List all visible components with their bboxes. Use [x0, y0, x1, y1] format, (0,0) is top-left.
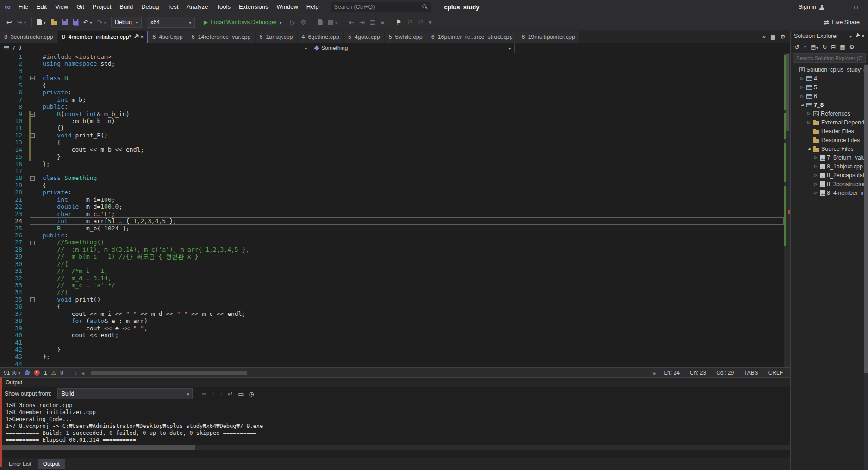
scrollbar-thumb[interactable]	[91, 371, 247, 375]
code-area[interactable]: #include <iostream>using namespace std;c…	[36, 53, 784, 367]
tab-5-5while-cpp[interactable]: 5_5while.cpp	[385, 31, 427, 43]
tree-item-resource-files[interactable]: Resource Files	[791, 136, 868, 144]
menu-item-project[interactable]: Project	[88, 0, 115, 14]
collapsed-arrow-icon[interactable]: ▷	[813, 182, 818, 186]
menu-item-file[interactable]: File	[14, 0, 32, 14]
tree-item-external-dependencies[interactable]: ▷External Dependencies	[791, 118, 868, 127]
next-bookmark-icon[interactable]: ⚐	[416, 18, 425, 27]
tab-5-4goto-cpp[interactable]: 5_4goto.cpp	[344, 31, 384, 43]
type-member-dropdown[interactable]: Something	[311, 43, 515, 53]
undo-icon[interactable]: ↶	[81, 17, 94, 27]
tree-item-6[interactable]: ▷6	[791, 92, 868, 100]
menu-item-analyze[interactable]: Analyze	[182, 0, 212, 14]
tree-item-header-files[interactable]: Header Files	[791, 127, 868, 136]
collapsed-arrow-icon[interactable]: ▷	[813, 155, 818, 160]
start-debugging-button[interactable]: ▶Local Windows Debugger	[200, 18, 285, 27]
menu-item-help[interactable]: Help	[302, 0, 323, 14]
pin-panel-icon[interactable]	[855, 34, 858, 37]
menu-item-edit[interactable]: Edit	[32, 0, 51, 14]
tab-overflow-icon[interactable]	[762, 33, 766, 40]
sign-in-button[interactable]: Sign in	[799, 4, 824, 10]
new-item-icon[interactable]	[36, 17, 48, 27]
tab-8-3constructor-cpp[interactable]: 8_3constructor.cpp	[0, 31, 57, 43]
word-wrap-icon[interactable]: ↵	[228, 390, 233, 397]
close-panel-icon[interactable]: ×	[862, 33, 865, 39]
decrease-indent-icon[interactable]: ⇤	[347, 18, 356, 27]
output-text[interactable]: 1>8_3constructor.cpp1>8_4member_initiali…	[0, 400, 790, 445]
tree-item-8-3constructor-c[interactable]: ▷8_3constructor.c	[791, 179, 868, 188]
collapse-all-icon[interactable]: ⊟	[831, 44, 836, 50]
output-source-dropdown[interactable]: Build	[57, 388, 193, 399]
collapsed-arrow-icon[interactable]: ▷	[813, 191, 818, 195]
properties-icon[interactable]: ⚙	[849, 44, 855, 50]
collapse-region-icon[interactable]	[30, 133, 35, 138]
tab-options-gear-icon[interactable]	[780, 33, 786, 40]
previous-bookmark-icon[interactable]: ⚐	[405, 18, 414, 27]
expanded-arrow-icon[interactable]: ◢	[806, 147, 812, 151]
toolbar-options-icon[interactable]: ▾	[426, 18, 433, 27]
previous-message-icon[interactable]: ↑	[212, 390, 215, 397]
pin-tab-icon[interactable]	[134, 35, 137, 38]
tree-item-source-files[interactable]: ◢Source Files	[791, 144, 868, 153]
project-scope-dropdown[interactable]: 7_8	[0, 43, 311, 53]
scrollbar-thumb[interactable]	[786, 54, 789, 131]
redo-icon[interactable]: ↷	[95, 17, 108, 27]
open-file-icon[interactable]	[49, 18, 59, 26]
collapse-region-icon[interactable]	[30, 76, 35, 80]
tree-item-7-5return-value[interactable]: ▷7_5return_value	[791, 153, 868, 162]
show-all-files-icon[interactable]: ▦	[840, 44, 845, 50]
debug-target-settings-icon[interactable]: ⚙	[299, 18, 308, 27]
minimize-button[interactable]: −	[832, 4, 843, 11]
tab-6-1array-cpp[interactable]: 6_1array.cpp	[256, 31, 297, 43]
window-list-icon[interactable]	[770, 33, 775, 40]
tree-item-8-1object-cpp[interactable]: ▷8_1object.cpp	[791, 162, 868, 171]
navigate-forward-icon[interactable]: ↪	[15, 17, 28, 27]
toggle-bookmark-icon[interactable]: ⚑	[394, 18, 404, 27]
save-all-icon[interactable]	[71, 18, 80, 26]
menu-item-view[interactable]: View	[51, 0, 72, 14]
clear-all-icon[interactable]: ▭	[238, 390, 244, 397]
next-message-icon[interactable]: ↓	[220, 390, 223, 397]
warning-count-icon[interactable]: ⚠	[51, 370, 56, 376]
home-icon[interactable]: ⌂	[803, 44, 806, 50]
switch-views-icon[interactable]: ▤	[811, 44, 818, 50]
scroll-left-icon[interactable]	[81, 370, 84, 376]
back-icon[interactable]: ↺	[794, 44, 799, 50]
solution-explorer-scrollbar[interactable]	[864, 64, 868, 470]
editor-horizontal-scrollbar[interactable]	[90, 370, 648, 376]
collapse-region-icon[interactable]	[30, 112, 35, 117]
save-icon[interactable]	[60, 18, 69, 26]
error-count-icon[interactable]	[34, 370, 40, 376]
refresh-icon[interactable]: ↻	[822, 44, 827, 50]
zoom-dropdown[interactable]: 91 %	[4, 370, 20, 376]
build-selection-icon[interactable]: ▤	[326, 17, 339, 27]
next-issue-icon[interactable]	[75, 370, 77, 376]
menu-item-git[interactable]: Git	[72, 0, 88, 14]
collapse-region-icon[interactable]	[30, 297, 35, 302]
tree-item-8-4member-init[interactable]: ▷8_4member_init	[791, 188, 868, 197]
document-health-icon[interactable]	[25, 370, 30, 375]
collapsed-arrow-icon[interactable]: ▷	[813, 164, 818, 168]
window-position-icon[interactable]	[849, 33, 852, 39]
close-tab-icon[interactable]	[140, 33, 144, 40]
solution-explorer-search-input[interactable]	[796, 56, 862, 61]
output-horizontal-scrollbar[interactable]	[0, 445, 790, 450]
menu-item-debug[interactable]: Debug	[137, 0, 163, 14]
scroll-right-icon[interactable]	[653, 370, 656, 376]
tree-item-4[interactable]: ▷4	[791, 74, 868, 83]
tree-item-references[interactable]: ▷References	[791, 109, 868, 118]
comment-selection-icon[interactable]: ≣	[368, 18, 377, 27]
collapse-region-icon[interactable]	[30, 176, 35, 181]
maximize-button[interactable]: □	[850, 4, 862, 11]
tree-item-7-8[interactable]: ◢7_8	[791, 100, 868, 109]
tab-6-16pointer-re-nce-struct-cpp[interactable]: 6_16pointer_re...nce_struct.cpp	[427, 31, 517, 43]
menu-item-test[interactable]: Test	[163, 0, 182, 14]
tree-item-solution-cplus-study-4[interactable]: Solution 'cplus_study' (4	[791, 65, 868, 74]
live-share-button[interactable]: ⇄ Live Share	[824, 19, 864, 25]
scrollbar-thumb[interactable]	[864, 65, 868, 373]
menu-item-tools[interactable]: Tools	[212, 0, 235, 14]
collapsed-arrow-icon[interactable]: ▷	[799, 94, 805, 98]
tree-item-5[interactable]: ▷5	[791, 83, 868, 92]
collapsed-arrow-icon[interactable]: ▷	[799, 85, 805, 89]
collapsed-arrow-icon[interactable]: ▷	[813, 173, 818, 177]
